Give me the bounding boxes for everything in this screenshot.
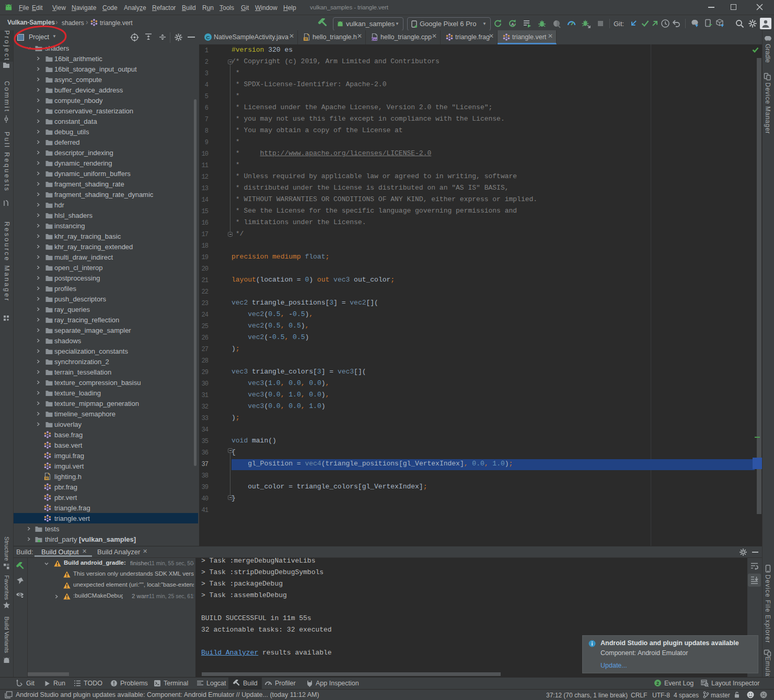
svg-text:H: H — [45, 476, 48, 480]
svg-text:A: A — [511, 22, 514, 27]
svg-text:C: C — [206, 34, 210, 40]
svg-text:2: 2 — [656, 681, 659, 686]
svg-text:C++: C++ — [371, 38, 377, 41]
svg-text:H: H — [305, 37, 307, 41]
